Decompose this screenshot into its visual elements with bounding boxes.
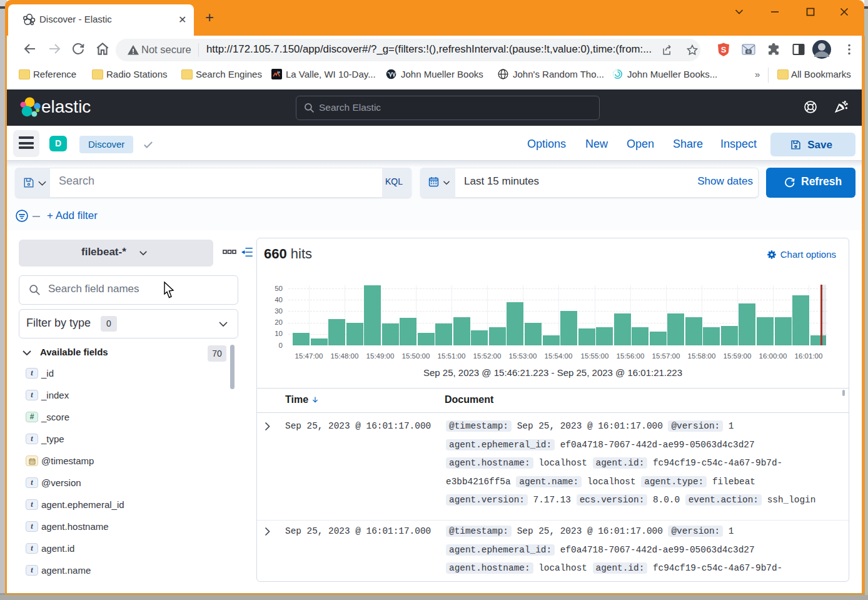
svg-text:S: S: [721, 45, 727, 54]
